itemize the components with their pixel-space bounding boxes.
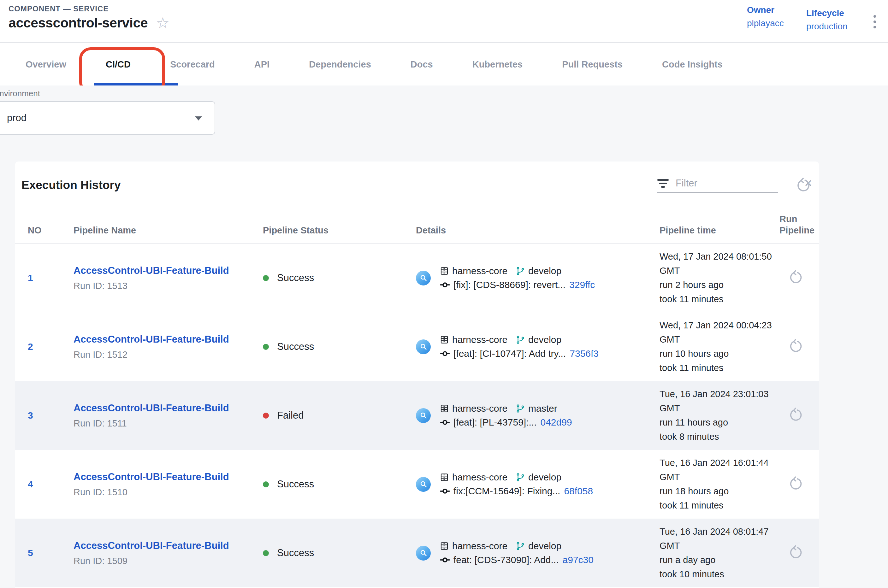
tab-bar: Overview CI/CD Scorecard API Dependencie…	[0, 44, 888, 86]
git-branch-icon	[515, 542, 525, 551]
status-dot	[263, 275, 269, 281]
pipeline-time-ago: run 18 hours ago	[660, 484, 780, 498]
run-pipeline-icon[interactable]	[788, 339, 803, 353]
status-dot	[263, 344, 269, 350]
row-number: 1	[28, 273, 74, 283]
branch-name: develop	[528, 541, 561, 551]
more-options-kebab-icon[interactable]	[872, 14, 877, 30]
owner-label: Owner	[747, 5, 784, 15]
environment-dropdown[interactable]: prod	[0, 101, 215, 135]
commit-sha-link[interactable]: a97c30	[563, 555, 594, 565]
git-branch-icon	[515, 472, 525, 482]
run-id: Run ID: 1510	[74, 487, 263, 498]
owner-value-link[interactable]: plplayacc	[747, 18, 784, 28]
column-header-name: Pipeline Name	[74, 225, 263, 236]
pipeline-duration: took 11 minutes	[660, 292, 780, 306]
tab-kubernetes[interactable]: Kubernetes	[472, 59, 523, 70]
execution-history-card: Execution History ✕ NO Pipeline Name Pip…	[15, 162, 819, 588]
filter-input[interactable]	[676, 178, 802, 189]
commit-message: fix:[CCM-15649]: Fixing...	[454, 486, 560, 496]
run-id: Run ID: 1513	[74, 281, 263, 291]
refresh-list-icon[interactable]	[796, 178, 811, 193]
ci-module-icon	[416, 546, 431, 561]
table-row: 5 AccessControl-UBI-Feature-Build Run ID…	[15, 519, 819, 587]
cicd-tab-content: Environment prod Execution History ✕	[0, 86, 888, 588]
table-row: 1 AccessControl-UBI-Feature-Build Run ID…	[15, 243, 819, 312]
branch-name: develop	[528, 334, 561, 345]
pipeline-name-link[interactable]: AccessControl-UBI-Feature-Build	[74, 540, 263, 551]
environment-label: Environment	[0, 88, 40, 98]
pipeline-time-ago: run a day ago	[660, 553, 780, 567]
status-label: Success	[277, 272, 314, 284]
pipeline-time-ago: run 11 hours ago	[660, 416, 780, 430]
run-pipeline-icon[interactable]	[788, 408, 803, 422]
pipeline-name-link[interactable]: AccessControl-UBI-Feature-Build	[74, 334, 263, 345]
tab-pull-requests[interactable]: Pull Requests	[562, 59, 623, 70]
branch-name: master	[528, 403, 557, 414]
repository-name: harness-core	[452, 266, 508, 276]
column-header-details: Details	[416, 225, 660, 236]
page-title: accesscontrol-service	[9, 15, 148, 31]
filter-icon	[657, 179, 669, 188]
tab-api[interactable]: API	[254, 59, 269, 70]
repository-icon	[440, 472, 449, 482]
row-number: 2	[28, 341, 74, 352]
column-header-time: Pipeline time	[660, 225, 780, 236]
run-id: Run ID: 1511	[74, 418, 263, 429]
commit-sha-link[interactable]: 68f058	[564, 486, 593, 496]
execution-history-title: Execution History	[21, 178, 121, 192]
repository-name: harness-core	[452, 472, 508, 483]
column-header-status: Pipeline Status	[263, 225, 416, 236]
git-branch-icon	[515, 335, 525, 345]
pipeline-duration: took 10 minutes	[660, 567, 780, 581]
favorite-star-icon[interactable]: ☆	[156, 15, 170, 31]
run-pipeline-icon[interactable]	[788, 270, 803, 285]
tab-scorecard[interactable]: Scorecard	[170, 59, 215, 70]
pipeline-time-gmt: Wed, 17 Jan 2024 00:04:23 GMT	[660, 318, 780, 346]
commit-message: feat: [CDS-73090]: Add...	[454, 555, 559, 565]
repository-icon	[440, 335, 449, 345]
git-commit-icon	[440, 417, 450, 428]
pipeline-time-gmt: Tue, 16 Jan 2024 08:01:47 GMT	[660, 525, 780, 553]
ci-module-icon	[416, 271, 431, 285]
commit-message: [feat]: [CI-10747]: Add try...	[454, 348, 566, 359]
commit-sha-link[interactable]: 7356f3	[569, 348, 599, 359]
status-label: Failed	[277, 410, 304, 421]
repository-icon	[440, 542, 449, 551]
table-row: 4 AccessControl-UBI-Feature-Build Run ID…	[15, 450, 819, 519]
table-row: 3 AccessControl-UBI-Feature-Build Run ID…	[15, 381, 819, 450]
tab-overview[interactable]: Overview	[26, 59, 66, 70]
entity-kind-breadcrumb: COMPONENT — SERVICE	[9, 4, 108, 13]
status-label: Success	[277, 478, 314, 490]
branch-name: develop	[528, 472, 561, 483]
row-number: 3	[28, 410, 74, 421]
run-pipeline-icon[interactable]	[788, 545, 803, 560]
pipeline-time-gmt: Tue, 16 Jan 2024 16:01:44 GMT	[660, 456, 780, 484]
git-commit-icon	[440, 279, 450, 290]
ci-module-icon	[416, 408, 431, 423]
commit-sha-link[interactable]: 329ffc	[569, 279, 595, 290]
run-pipeline-icon[interactable]	[788, 476, 803, 491]
tab-code-insights[interactable]: Code Insights	[662, 59, 723, 70]
tab-docs[interactable]: Docs	[410, 59, 433, 70]
column-header-run: Run Pipeline	[780, 213, 819, 236]
lifecycle-value: production	[806, 21, 847, 32]
run-id: Run ID: 1509	[74, 556, 263, 566]
repository-icon	[440, 404, 449, 413]
tab-cicd[interactable]: CI/CD	[106, 59, 131, 70]
run-id: Run ID: 1512	[74, 350, 263, 360]
tab-dependencies[interactable]: Dependencies	[309, 59, 371, 70]
pipeline-name-link[interactable]: AccessControl-UBI-Feature-Build	[74, 265, 263, 276]
status-label: Success	[277, 341, 314, 352]
repository-name: harness-core	[452, 541, 508, 551]
status-dot	[263, 412, 269, 418]
row-number: 4	[28, 479, 74, 490]
pipeline-name-link[interactable]: AccessControl-UBI-Feature-Build	[74, 402, 263, 414]
branch-name: develop	[528, 266, 561, 276]
pipeline-time-gmt: Tue, 16 Jan 2024 23:01:03 GMT	[660, 387, 780, 416]
chevron-down-icon	[195, 116, 202, 120]
git-branch-icon	[515, 266, 525, 276]
commit-message: [fix]: [CDS-88669]: revert...	[454, 279, 565, 290]
pipeline-name-link[interactable]: AccessControl-UBI-Feature-Build	[74, 471, 263, 483]
commit-sha-link[interactable]: 042d99	[541, 417, 572, 428]
